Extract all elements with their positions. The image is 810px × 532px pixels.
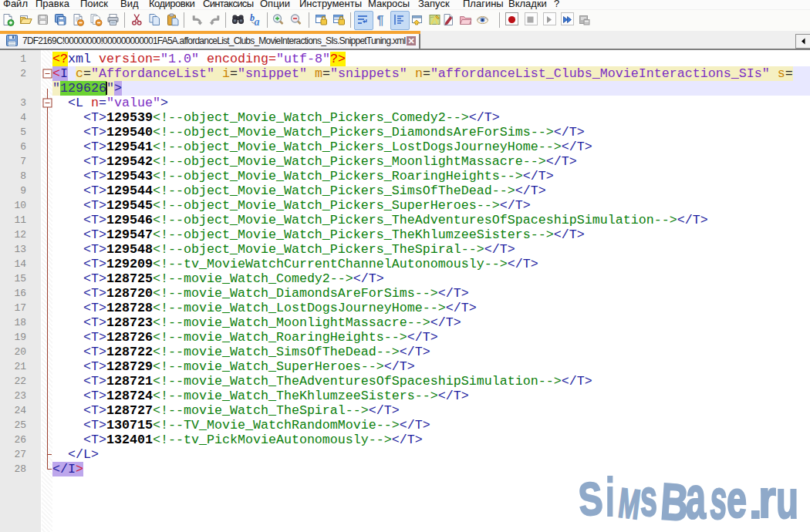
- svg-text:u: u: [776, 470, 798, 530]
- svg-text:r: r: [758, 468, 776, 529]
- svg-text:S: S: [576, 473, 604, 526]
- svg-text:M: M: [616, 480, 643, 527]
- svg-text:s: s: [640, 469, 657, 527]
- svg-text:a: a: [686, 464, 707, 531]
- svg-text:i: i: [606, 467, 615, 527]
- svg-text:e: e: [727, 470, 747, 528]
